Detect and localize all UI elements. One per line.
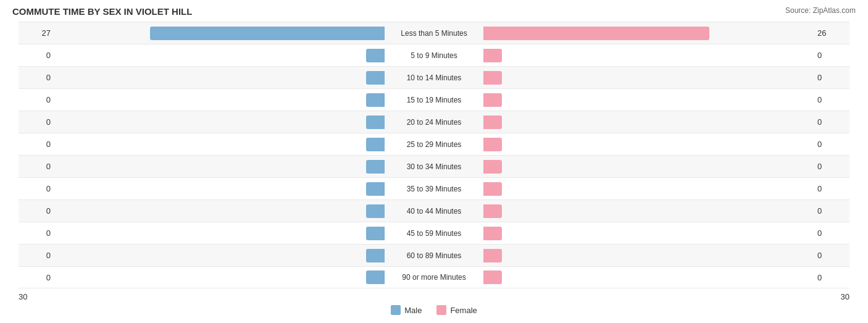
male-value: 0 (19, 184, 56, 193)
female-bar-container (483, 249, 812, 262)
row-label: 15 to 19 Minutes (385, 96, 483, 104)
male-bar-container (56, 115, 385, 129)
chart-row: 0 90 or more Minutes 0 (19, 266, 849, 288)
female-bar (483, 227, 502, 240)
bar-pair: Less than 5 Minutes (56, 22, 812, 44)
bar-section: 35 to 39 Minutes (56, 178, 812, 199)
row-label: 40 to 44 Minutes (385, 207, 483, 216)
female-value: 0 (812, 251, 849, 260)
female-value: 0 (812, 206, 849, 216)
male-bar-container (56, 160, 385, 174)
female-bar-container (483, 227, 812, 240)
male-bar (366, 249, 385, 262)
male-value: 0 (19, 162, 56, 171)
bar-pair: 35 to 39 Minutes (56, 178, 812, 199)
female-bar (483, 49, 502, 62)
male-bar (366, 138, 385, 151)
male-value: 27 (19, 28, 56, 38)
female-bar-container (483, 138, 812, 151)
female-bar (483, 271, 502, 284)
row-label: 90 or more Minutes (385, 273, 483, 282)
male-value: 0 (19, 73, 56, 82)
male-label: Male (404, 306, 422, 315)
female-bar-container (483, 49, 812, 62)
female-color-box (436, 305, 446, 315)
chart-row: 0 5 to 9 Minutes 0 (19, 44, 849, 66)
male-bar (366, 204, 385, 218)
chart-row: 0 45 to 59 Minutes 0 (19, 222, 849, 244)
row-label: Less than 5 Minutes (385, 29, 483, 38)
male-value: 0 (19, 95, 56, 104)
chart-title: COMMUTE TIME BY SEX IN VIOLET HILL (12, 6, 192, 17)
female-bar (483, 27, 709, 40)
female-bar-container (483, 27, 812, 40)
female-value: 0 (812, 184, 849, 193)
row-label: 60 to 89 Minutes (385, 251, 483, 260)
female-bar-container (483, 93, 812, 107)
bar-pair: 5 to 9 Minutes (56, 44, 812, 66)
chart-row: 0 25 to 29 Minutes 0 (19, 133, 849, 155)
chart-row: 0 60 to 89 Minutes 0 (19, 244, 849, 266)
axis-row: 30 30 (12, 292, 856, 301)
male-bar-container (56, 249, 385, 262)
bar-pair: 40 to 44 Minutes (56, 200, 812, 222)
male-bar-container (56, 71, 385, 85)
row-label: 45 to 59 Minutes (385, 229, 483, 238)
bar-section: 10 to 14 Minutes (56, 67, 812, 88)
bar-section: 45 to 59 Minutes (56, 222, 812, 244)
male-value: 0 (19, 140, 56, 149)
female-value: 0 (812, 95, 849, 104)
male-bar-container (56, 227, 385, 240)
male-value: 0 (19, 206, 56, 216)
bar-section: Less than 5 Minutes (56, 22, 812, 44)
bar-section: 60 to 89 Minutes (56, 245, 812, 266)
male-bar (366, 49, 385, 62)
female-bar-container (483, 160, 812, 174)
female-bar (483, 93, 502, 107)
male-bar (150, 27, 385, 40)
chart-row: 0 40 to 44 Minutes 0 (19, 199, 849, 222)
male-bar-container (56, 49, 385, 62)
male-bar-container (56, 27, 385, 40)
bar-pair: 15 to 19 Minutes (56, 89, 812, 111)
female-bar (483, 204, 502, 218)
legend: Male Female (12, 305, 856, 315)
male-bar (366, 93, 385, 107)
male-bar-container (56, 204, 385, 218)
bar-section: 20 to 24 Minutes (56, 111, 812, 133)
chart-area: 27 Less than 5 Minutes 26 0 5 to 9 Minut… (12, 22, 856, 288)
female-bar (483, 160, 502, 174)
female-value: 0 (812, 273, 849, 282)
bar-section: 40 to 44 Minutes (56, 200, 812, 222)
axis-right: 30 (841, 292, 849, 301)
bar-pair: 20 to 24 Minutes (56, 111, 812, 133)
male-bar (366, 271, 385, 284)
row-label: 10 to 14 Minutes (385, 73, 483, 82)
row-label: 5 to 9 Minutes (385, 51, 483, 60)
male-value: 0 (19, 117, 56, 127)
female-value: 0 (812, 73, 849, 82)
bar-pair: 45 to 59 Minutes (56, 222, 812, 244)
female-bar-container (483, 115, 812, 129)
male-bar (366, 71, 385, 85)
male-bar-container (56, 93, 385, 107)
female-bar (483, 138, 502, 151)
row-label: 20 to 24 Minutes (385, 118, 483, 127)
female-bar (483, 182, 502, 196)
legend-male: Male (391, 305, 422, 315)
male-bar (366, 227, 385, 240)
male-color-box (391, 305, 401, 315)
female-bar-container (483, 182, 812, 196)
male-bar (366, 115, 385, 129)
row-label: 30 to 34 Minutes (385, 162, 483, 171)
bar-section: 15 to 19 Minutes (56, 89, 812, 111)
male-bar-container (56, 271, 385, 284)
male-bar-container (56, 182, 385, 196)
female-value: 0 (812, 140, 849, 149)
male-bar-container (56, 138, 385, 151)
female-value: 0 (812, 117, 849, 127)
bar-pair: 90 or more Minutes (56, 267, 812, 288)
female-bar (483, 115, 502, 129)
row-label: 25 to 29 Minutes (385, 140, 483, 149)
female-bar (483, 71, 502, 85)
